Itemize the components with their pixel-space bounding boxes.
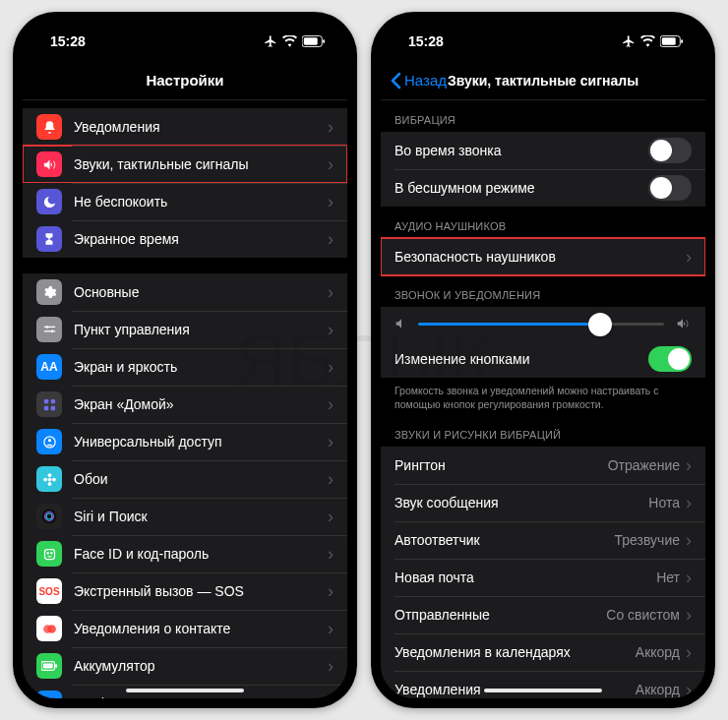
svg-rect-30: [662, 37, 676, 44]
chevron-right-icon: ›: [328, 395, 334, 413]
settings-row-exposure[interactable]: Уведомления о контакте›: [23, 610, 347, 647]
settings-row-accessibility[interactable]: Универсальный доступ›: [23, 423, 347, 460]
row-label: Отправленные: [394, 607, 606, 623]
row-value: Отражение: [608, 457, 680, 473]
chevron-right-icon: ›: [686, 494, 692, 511]
chevron-right-icon: ›: [686, 643, 692, 661]
row-label: Уведомления: [74, 119, 328, 135]
settings-row-wallpaper[interactable]: Обои›: [23, 460, 347, 498]
row-sent-mail[interactable]: ОтправленныеСо свистом›: [381, 596, 705, 633]
row-label: Звук сообщения: [394, 495, 648, 510]
home-indicator[interactable]: [126, 689, 244, 692]
row-value: Трезвучие: [615, 532, 680, 548]
toggle-ring[interactable]: [648, 138, 692, 163]
row-reminders[interactable]: УведомленияАккорд›: [381, 671, 705, 698]
row-headphone-safety[interactable]: Безопасность наушников›: [381, 238, 705, 275]
page-title: Настройки: [146, 72, 223, 89]
row-label: Уведомления в календарях: [394, 644, 636, 660]
svg-rect-28: [43, 664, 53, 669]
row-label: Не беспокоить: [74, 194, 328, 210]
settings-row-display[interactable]: AAЭкран и яркость›: [23, 348, 347, 386]
settings-row-dnd[interactable]: Не беспокоить›: [23, 183, 347, 220]
vibration-header: ВИБРАЦИЯ: [381, 100, 705, 132]
settings-row-sos[interactable]: SOSЭкстренный вызов — SOS›: [23, 572, 347, 610]
row-silent[interactable]: В бесшумном режиме: [381, 169, 705, 207]
chevron-right-icon: ›: [686, 456, 692, 474]
settings-row-faceid[interactable]: Face ID и код-пароль›: [23, 535, 347, 572]
back-button[interactable]: Назад: [391, 72, 447, 90]
chevron-right-icon: ›: [328, 230, 334, 248]
toggle-change-with-buttons[interactable]: [648, 346, 692, 372]
chevron-right-icon: ›: [686, 248, 692, 266]
slider-thumb[interactable]: [588, 313, 612, 336]
page-title: Звуки, тактильные сигналы: [448, 73, 638, 89]
row-new-mail[interactable]: Новая почтаНет›: [381, 559, 705, 596]
nav-bar-right: Назад Звуки, тактильные сигналы: [381, 61, 705, 100]
row-label: Безопасность наушников: [394, 249, 686, 265]
ringer-header: ЗВОНОК И УВЕДОМЛЕНИЯ: [381, 275, 705, 307]
sounds-settings-list[interactable]: ВИБРАЦИЯВо время звонкаВ бесшумном режим…: [381, 100, 705, 698]
svg-point-11: [43, 436, 54, 447]
slider-track[interactable]: [418, 323, 664, 326]
settings-row-siri[interactable]: Siri и Поиск›: [23, 498, 347, 535]
settings-list[interactable]: Уведомления›Звуки, тактильные сигналы›Не…: [23, 100, 347, 698]
speaker-min-icon: [394, 317, 408, 330]
ringer-volume-slider[interactable]: [381, 307, 705, 340]
notch: [469, 12, 617, 35]
chevron-left-icon: [391, 72, 401, 90]
accessibility-icon: [36, 429, 62, 454]
row-change-with-buttons[interactable]: Изменение кнопками: [381, 340, 705, 378]
airplane-icon: [622, 34, 636, 48]
row-ringtone[interactable]: РингтонОтражение›: [381, 447, 705, 484]
dnd-icon: [36, 189, 62, 214]
row-value: Аккорд: [636, 644, 680, 660]
sos-icon: SOS: [36, 578, 62, 604]
row-ring[interactable]: Во время звонка: [381, 132, 705, 169]
settings-row-home-screen[interactable]: Экран «Домой»›: [23, 386, 347, 423]
status-icons: [622, 34, 684, 48]
chevron-right-icon: ›: [328, 193, 334, 210]
settings-row-sounds[interactable]: Звуки, тактильные сигналы›: [23, 146, 347, 183]
toggle-silent[interactable]: [648, 175, 692, 201]
svg-rect-21: [44, 549, 54, 559]
settings-row-notifications[interactable]: Уведомления›: [23, 108, 347, 146]
svg-rect-1: [304, 37, 318, 44]
row-voicemail[interactable]: АвтоответчикТрезвучие›: [381, 521, 705, 559]
row-label: Экранное время: [74, 231, 328, 247]
battery-icon: [36, 653, 62, 679]
chevron-right-icon: ›: [328, 620, 334, 637]
settings-row-screentime[interactable]: Экранное время›: [23, 220, 347, 258]
chevron-right-icon: ›: [328, 545, 334, 563]
sounds-icon: [36, 151, 62, 177]
chevron-right-icon: ›: [686, 569, 692, 586]
airplane-icon: [264, 34, 277, 48]
row-calendar[interactable]: Уведомления в календаряхАккорд›: [381, 633, 705, 671]
row-label: Экстренный вызов — SOS: [74, 583, 328, 599]
phone-left: 15:28 Настройки Уведомления›Звуки, такти…: [13, 12, 357, 708]
sounds-patterns-header: ЗВУКИ И РИСУНКИ ВИБРАЦИЙ: [381, 415, 705, 447]
settings-row-general[interactable]: Основные›: [23, 273, 347, 311]
chevron-right-icon: ›: [686, 606, 692, 624]
row-label: Конфиденциальность: [74, 695, 328, 698]
home-indicator[interactable]: [484, 689, 602, 692]
battery-icon: [302, 35, 326, 47]
row-label: Во время звонка: [394, 143, 648, 158]
settings-row-control-center[interactable]: Пункт управления›: [23, 311, 347, 348]
settings-row-battery[interactable]: Аккумулятор›: [23, 647, 347, 685]
faceid-icon: [36, 541, 62, 567]
row-label: Siri и Поиск: [74, 509, 328, 524]
chevron-right-icon: ›: [686, 531, 692, 549]
row-label: Универсальный доступ: [74, 434, 328, 450]
row-label: Автоответчик: [394, 532, 615, 548]
row-label: Face ID и код-пароль: [74, 546, 328, 562]
chevron-right-icon: ›: [328, 283, 334, 301]
wallpaper-icon: [36, 466, 62, 492]
svg-rect-7: [43, 398, 47, 402]
phone-right: 15:28 Назад Звуки, тактильные сигналы ВИ…: [371, 12, 715, 708]
row-label: Звуки, тактильные сигналы: [74, 156, 328, 172]
ringer-footer: Громкость звонка и уведомлений можно нас…: [381, 378, 705, 415]
svg-rect-6: [43, 330, 54, 331]
row-text-tone[interactable]: Звук сообщенияНота›: [381, 484, 705, 521]
svg-point-23: [50, 552, 51, 553]
home-screen-icon: [36, 391, 62, 417]
